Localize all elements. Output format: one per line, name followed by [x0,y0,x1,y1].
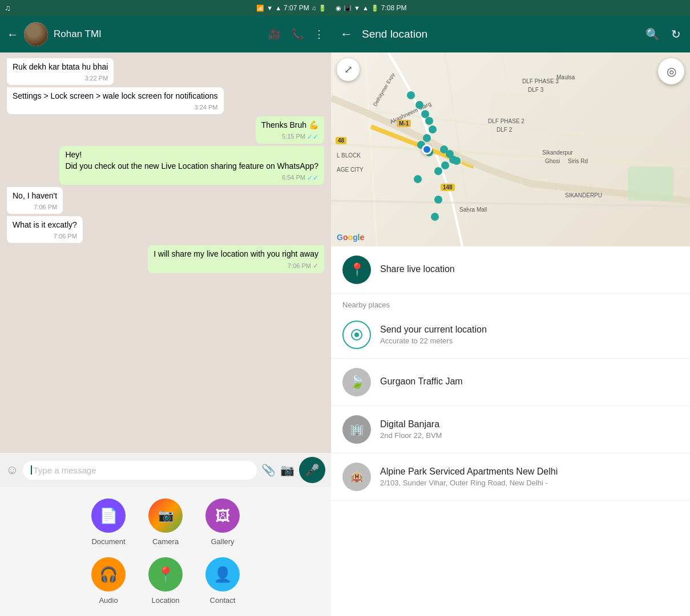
place-2-icon-circle: 🏢 [342,415,371,444]
attach-document[interactable]: 📄 Document [91,499,126,546]
menu-icon[interactable]: ⋮ [314,28,324,40]
place-3-sub: 2/103, Sunder Vihar, Outer Ring Road, Ne… [380,479,679,487]
left-time: 7:07 PM [284,4,309,12]
message-5-time: 7:06 PM [34,203,57,212]
document-icon: 📄 [99,507,118,525]
attach-audio[interactable]: 🎧 Audio [91,557,126,605]
right-battery-icon: 🔋 [371,5,379,12]
share-live-text: Share live location [380,264,679,276]
attach-gallery[interactable]: 🖼 Gallery [205,499,240,546]
place-1-icon: 🍃 [349,375,365,390]
camera-input-button[interactable]: 📷 [280,463,294,477]
chat-header-icons: 🎥 📞 ⋮ [268,28,324,40]
contact-icon-circle: 👤 [205,557,240,591]
right-wifi-icon: ▼ [354,5,360,11]
left-status-bar: ♫ 📶 ▼ ▲ 7:07 PM ♫ 🔋 [0,0,331,16]
attach-camera[interactable]: 📷 Camera [148,499,183,546]
svg-rect-0 [628,167,673,201]
location-title: Send location [362,28,636,40]
location-header-icons: 🔍 ↻ [645,27,681,41]
map-marker-15 [434,196,442,204]
place-2-icon: 🏢 [350,423,364,436]
chat-back-button[interactable]: ← [7,28,18,41]
map-marker-12 [441,161,449,169]
map-marker-5 [429,125,437,133]
current-location-dot [354,333,359,337]
message-4-time: 6:54 PM [282,173,305,182]
share-live-name: Share live location [380,264,679,274]
map-area: DLF PHASE 3 DLF 3 DLF PHASE 2 DLF 2 Sika… [331,52,690,246]
user-location-marker [422,144,432,155]
avatar [24,22,48,46]
message-input[interactable]: Type a message [23,461,257,480]
share-live-location-item[interactable]: 📍 Share live location [331,246,690,294]
contact-icon: 👤 [213,566,232,583]
camera-label: Camera [152,537,179,546]
place-2-item[interactable]: 🏢 Digital Banjara 2nd Floor 22, BVM [331,406,690,453]
location-refresh-icon[interactable]: ↻ [671,27,681,41]
share-live-icon-circle: 📍 [342,256,371,284]
place-2-text: Digital Banjara 2nd Floor 22, BVM [380,419,679,440]
message-3-text: Thenks Bruh 💪 [261,120,318,129]
location-back-button[interactable]: ← [340,27,353,42]
place-1-item[interactable]: 🍃 Gurgaon Traffic Jam [331,359,690,406]
message-4-text: Hey!Did you check out the new Live Locat… [65,150,318,171]
camera-icon-circle: 📷 [148,499,183,533]
map-marker-6 [423,134,431,142]
contact-name[interactable]: Rohan TMI [54,29,263,40]
map-expand-button[interactable]: ⤢ [337,58,360,81]
mic-button[interactable]: 🎤 [299,457,325,483]
emoji-button[interactable]: ☺ [6,463,18,477]
map-label-maulsa: Maulsa [556,74,575,80]
attach-button[interactable]: 📎 [261,463,276,477]
video-call-icon[interactable]: 🎥 [268,28,281,40]
place-3-icon: 🏨 [350,471,363,483]
location-icon-circle: 📍 [148,557,183,591]
map-marker-4 [425,117,433,125]
current-location-item[interactable]: Send your current location Accurate to 2… [331,311,690,359]
map-marker-13 [434,167,442,175]
phone-call-icon[interactable]: 📞 [291,28,304,40]
place-3-item[interactable]: 🏨 Alpine Park Serviced Apartments New De… [331,453,690,501]
attach-contact[interactable]: 👤 Contact [205,557,240,605]
map-label-dlf2: DLF PHASE 2 [488,118,524,124]
message-1: Ruk dekh kar btata hu bhai 3:22 PM [7,58,114,85]
current-location-icon [342,321,371,349]
message-2-time: 3:24 PM [195,103,218,112]
attach-menu: 📄 Document 📷 Camera 🖼 Gallery [0,487,331,616]
right-time: 7:08 PM [381,4,407,12]
message-5: No, I haven't 7:06 PM [7,187,63,214]
map-label-sahara: Saḥra Mall [459,206,487,213]
right-vibrate-icon: 📳 [344,5,352,12]
location-label: Location [151,596,179,605]
map-label-siris: Siris Rd [568,158,588,164]
message-5-text: No, I haven't [13,191,57,200]
attach-location[interactable]: 📍 Location [148,557,183,605]
place-1-icon-circle: 🍃 [342,368,371,396]
map-label-ghosi: Ghosi [545,158,560,164]
message-7: I will share my live location with you r… [148,245,324,273]
camera-icon: 📷 [158,508,173,523]
message-6: What is it excatly? 7:06 PM [7,216,83,243]
location-panel: ← Send location 🔍 ↻ [331,16,690,616]
map-locate-button[interactable]: ◎ [658,58,684,84]
map-marker-16 [431,213,439,221]
message-2: Settings > Lock screen > wale lock scree… [7,87,224,114]
map-marker-2 [415,101,423,109]
gallery-icon-circle: 🖼 [205,499,240,533]
message-1-time: 3:22 PM [84,74,108,83]
map-marker-17 [453,157,461,165]
map-label-age-city: AGE CITY [337,167,364,173]
place-3-icon-circle: 🏨 [342,463,371,491]
input-placeholder: Type a message [33,465,96,475]
current-location-inner [351,329,362,341]
place-2-name: Digital Banjara [380,419,679,429]
location-search-icon[interactable]: 🔍 [645,27,660,41]
left-music-icon: ♫ [312,5,316,11]
share-live-icon: 📍 [349,262,365,277]
location-icon: 📍 [156,566,175,583]
main-container: ← Rohan TMI 🎥 📞 ⋮ Ruk dekh kar btata hu … [0,0,690,616]
attach-row-1: 📄 Document 📷 Camera 🖼 Gallery [91,499,240,546]
map-background: DLF PHASE 3 DLF 3 DLF PHASE 2 DLF 2 Sika… [331,52,690,246]
right-status-bar: ◉ 📳 ▼ ▲ 🔋 7:08 PM [331,0,690,16]
